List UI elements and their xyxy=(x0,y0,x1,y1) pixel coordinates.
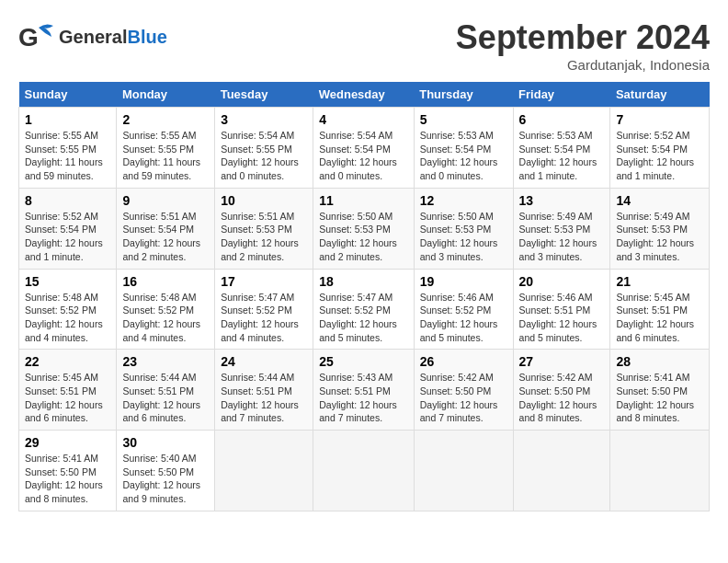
weekday-header-friday: Friday xyxy=(513,82,610,108)
day-detail: Sunrise: 5:51 AM Sunset: 5:54 PM Dayligh… xyxy=(122,210,209,264)
calendar-week-5: 29Sunrise: 5:41 AM Sunset: 5:50 PM Dayli… xyxy=(19,431,710,511)
day-detail: Sunrise: 5:47 AM Sunset: 5:52 PM Dayligh… xyxy=(221,291,307,345)
day-number: 8 xyxy=(25,193,110,208)
calendar-cell: 24Sunrise: 5:44 AM Sunset: 5:51 PM Dayli… xyxy=(215,350,313,431)
day-number: 26 xyxy=(420,354,507,369)
weekday-header-tuesday: Tuesday xyxy=(215,82,313,108)
day-number: 29 xyxy=(25,435,110,450)
day-detail: Sunrise: 5:55 AM Sunset: 5:55 PM Dayligh… xyxy=(122,129,209,183)
day-detail: Sunrise: 5:46 AM Sunset: 5:51 PM Dayligh… xyxy=(519,291,605,345)
calendar-cell: 6Sunrise: 5:53 AM Sunset: 5:54 PM Daylig… xyxy=(513,108,610,189)
calendar-cell: 15Sunrise: 5:48 AM Sunset: 5:52 PM Dayli… xyxy=(19,269,117,350)
day-detail: Sunrise: 5:44 AM Sunset: 5:51 PM Dayligh… xyxy=(122,371,209,425)
day-number: 16 xyxy=(122,274,209,289)
day-detail: Sunrise: 5:53 AM Sunset: 5:54 PM Dayligh… xyxy=(519,129,605,183)
day-detail: Sunrise: 5:52 AM Sunset: 5:54 PM Dayligh… xyxy=(25,210,110,264)
calendar-cell: 30Sunrise: 5:40 AM Sunset: 5:50 PM Dayli… xyxy=(117,431,215,511)
day-detail: Sunrise: 5:42 AM Sunset: 5:50 PM Dayligh… xyxy=(519,371,605,425)
calendar-cell: 4Sunrise: 5:54 AM Sunset: 5:54 PM Daylig… xyxy=(313,108,414,189)
weekday-header-monday: Monday xyxy=(117,82,215,108)
day-number: 15 xyxy=(25,274,110,289)
calendar-week-3: 15Sunrise: 5:48 AM Sunset: 5:52 PM Dayli… xyxy=(19,269,710,350)
day-number: 13 xyxy=(519,193,605,208)
calendar-cell: 29Sunrise: 5:41 AM Sunset: 5:50 PM Dayli… xyxy=(19,431,117,511)
location-subtitle: Gardutanjak, Indonesia xyxy=(456,57,710,73)
weekday-header-sunday: Sunday xyxy=(19,82,117,108)
day-number: 30 xyxy=(122,435,209,450)
day-detail: Sunrise: 5:50 AM Sunset: 5:53 PM Dayligh… xyxy=(319,210,407,264)
calendar-cell: 16Sunrise: 5:48 AM Sunset: 5:52 PM Dayli… xyxy=(117,269,215,350)
day-number: 22 xyxy=(25,354,110,369)
day-detail: Sunrise: 5:51 AM Sunset: 5:53 PM Dayligh… xyxy=(221,210,307,264)
day-number: 18 xyxy=(319,274,407,289)
day-number: 19 xyxy=(420,274,507,289)
day-number: 17 xyxy=(221,274,307,289)
calendar-cell: 8Sunrise: 5:52 AM Sunset: 5:54 PM Daylig… xyxy=(19,188,117,269)
calendar-cell xyxy=(610,431,710,511)
calendar-cell: 10Sunrise: 5:51 AM Sunset: 5:53 PM Dayli… xyxy=(215,188,313,269)
calendar-cell: 28Sunrise: 5:41 AM Sunset: 5:50 PM Dayli… xyxy=(610,350,710,431)
day-number: 14 xyxy=(616,193,703,208)
day-number: 24 xyxy=(221,354,307,369)
day-detail: Sunrise: 5:43 AM Sunset: 5:51 PM Dayligh… xyxy=(319,371,407,425)
day-number: 3 xyxy=(221,112,307,127)
day-number: 6 xyxy=(519,112,605,127)
calendar-cell: 23Sunrise: 5:44 AM Sunset: 5:51 PM Dayli… xyxy=(117,350,215,431)
calendar-cell: 17Sunrise: 5:47 AM Sunset: 5:52 PM Dayli… xyxy=(215,269,313,350)
weekday-header-wednesday: Wednesday xyxy=(313,82,414,108)
day-detail: Sunrise: 5:49 AM Sunset: 5:53 PM Dayligh… xyxy=(519,210,605,264)
calendar-week-2: 8Sunrise: 5:52 AM Sunset: 5:54 PM Daylig… xyxy=(19,188,710,269)
day-detail: Sunrise: 5:41 AM Sunset: 5:50 PM Dayligh… xyxy=(616,371,703,425)
calendar-cell xyxy=(513,431,610,511)
day-detail: Sunrise: 5:42 AM Sunset: 5:50 PM Dayligh… xyxy=(420,371,507,425)
calendar-cell: 25Sunrise: 5:43 AM Sunset: 5:51 PM Dayli… xyxy=(313,350,414,431)
calendar-cell: 3Sunrise: 5:54 AM Sunset: 5:55 PM Daylig… xyxy=(215,108,313,189)
logo-text: GeneralBlue xyxy=(59,27,167,47)
logo: G GeneralBlue xyxy=(18,18,167,55)
calendar-cell: 19Sunrise: 5:46 AM Sunset: 5:52 PM Dayli… xyxy=(414,269,513,350)
day-number: 25 xyxy=(319,354,407,369)
day-detail: Sunrise: 5:52 AM Sunset: 5:54 PM Dayligh… xyxy=(616,129,703,183)
day-detail: Sunrise: 5:54 AM Sunset: 5:54 PM Dayligh… xyxy=(319,129,407,183)
calendar-week-4: 22Sunrise: 5:45 AM Sunset: 5:51 PM Dayli… xyxy=(19,350,710,431)
day-number: 9 xyxy=(122,193,209,208)
calendar-cell xyxy=(215,431,313,511)
calendar-cell: 2Sunrise: 5:55 AM Sunset: 5:55 PM Daylig… xyxy=(117,108,215,189)
calendar-cell: 1Sunrise: 5:55 AM Sunset: 5:55 PM Daylig… xyxy=(19,108,117,189)
svg-text:G: G xyxy=(18,23,39,52)
logo-bird-icon: G xyxy=(18,18,55,55)
day-number: 2 xyxy=(122,112,209,127)
day-detail: Sunrise: 5:45 AM Sunset: 5:51 PM Dayligh… xyxy=(616,291,703,345)
day-detail: Sunrise: 5:41 AM Sunset: 5:50 PM Dayligh… xyxy=(25,452,110,506)
day-number: 12 xyxy=(420,193,507,208)
day-detail: Sunrise: 5:47 AM Sunset: 5:52 PM Dayligh… xyxy=(319,291,407,345)
day-number: 11 xyxy=(319,193,407,208)
weekday-header-row: SundayMondayTuesdayWednesdayThursdayFrid… xyxy=(19,82,710,108)
day-detail: Sunrise: 5:55 AM Sunset: 5:55 PM Dayligh… xyxy=(25,129,110,183)
day-number: 21 xyxy=(616,274,703,289)
day-number: 10 xyxy=(221,193,307,208)
logo-blue: Blue xyxy=(127,27,166,47)
day-detail: Sunrise: 5:48 AM Sunset: 5:52 PM Dayligh… xyxy=(122,291,209,345)
day-detail: Sunrise: 5:50 AM Sunset: 5:53 PM Dayligh… xyxy=(420,210,507,264)
day-detail: Sunrise: 5:48 AM Sunset: 5:52 PM Dayligh… xyxy=(25,291,110,345)
day-number: 7 xyxy=(616,112,703,127)
day-number: 20 xyxy=(519,274,605,289)
day-detail: Sunrise: 5:40 AM Sunset: 5:50 PM Dayligh… xyxy=(122,452,209,506)
day-detail: Sunrise: 5:46 AM Sunset: 5:52 PM Dayligh… xyxy=(420,291,507,345)
weekday-header-thursday: Thursday xyxy=(414,82,513,108)
calendar-table: SundayMondayTuesdayWednesdayThursdayFrid… xyxy=(18,82,710,511)
day-number: 27 xyxy=(519,354,605,369)
calendar-cell: 9Sunrise: 5:51 AM Sunset: 5:54 PM Daylig… xyxy=(117,188,215,269)
day-number: 5 xyxy=(420,112,507,127)
day-detail: Sunrise: 5:53 AM Sunset: 5:54 PM Dayligh… xyxy=(420,129,507,183)
calendar-cell: 5Sunrise: 5:53 AM Sunset: 5:54 PM Daylig… xyxy=(414,108,513,189)
day-number: 1 xyxy=(25,112,110,127)
calendar-cell: 20Sunrise: 5:46 AM Sunset: 5:51 PM Dayli… xyxy=(513,269,610,350)
day-detail: Sunrise: 5:49 AM Sunset: 5:53 PM Dayligh… xyxy=(616,210,703,264)
calendar-cell xyxy=(414,431,513,511)
calendar-cell xyxy=(313,431,414,511)
day-number: 4 xyxy=(319,112,407,127)
calendar-cell: 7Sunrise: 5:52 AM Sunset: 5:54 PM Daylig… xyxy=(610,108,710,189)
calendar-cell: 11Sunrise: 5:50 AM Sunset: 5:53 PM Dayli… xyxy=(313,188,414,269)
